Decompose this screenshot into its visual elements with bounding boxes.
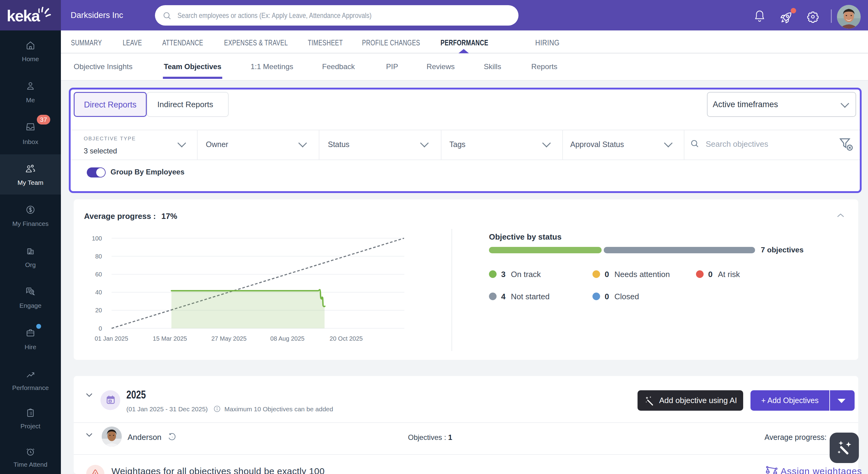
svg-text:15 Mar 2025: 15 Mar 2025 (153, 335, 187, 342)
svg-text:80: 80 (95, 253, 102, 260)
svg-text:08 Aug 2025: 08 Aug 2025 (270, 335, 305, 342)
svg-text:20 Oct 2025: 20 Oct 2025 (330, 335, 363, 342)
svg-text:0: 0 (99, 325, 102, 332)
svg-text:60: 60 (95, 271, 102, 278)
svg-text:20: 20 (95, 307, 102, 314)
svg-text:40: 40 (95, 289, 102, 295)
svg-text:01 Jan 2025: 01 Jan 2025 (95, 335, 128, 342)
svg-text:27 May 2025: 27 May 2025 (211, 335, 247, 342)
svg-text:100: 100 (92, 235, 102, 242)
